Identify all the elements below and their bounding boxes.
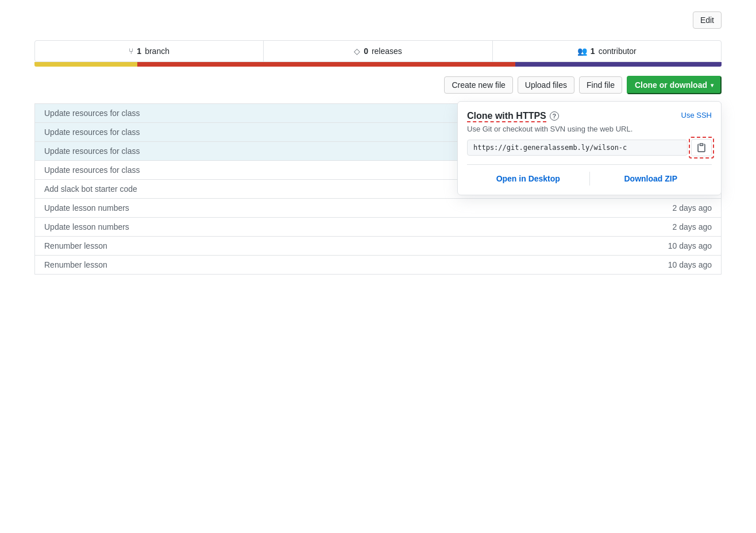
clone-dropdown-header: Clone with HTTPS ? Use SSH	[467, 111, 712, 121]
commit-message: Update lesson numbers	[35, 199, 479, 218]
language-segment	[515, 62, 722, 67]
releases-label: releases	[372, 47, 402, 56]
language-segment	[34, 62, 137, 67]
contributors-icon: 👥	[577, 47, 587, 56]
table-row[interactable]: Update lesson numbers2 days ago	[35, 199, 722, 218]
timestamp: 10 days ago	[479, 237, 721, 256]
commit-message: Update resources for class	[35, 104, 479, 123]
clone-with-https-text: Clone with HTTPS	[467, 111, 546, 122]
language-segment	[137, 62, 515, 67]
commit-message: Renumber lesson	[35, 237, 479, 256]
table-row[interactable]: Update lesson numbers2 days ago	[35, 218, 722, 237]
timestamp: 2 days ago	[479, 199, 721, 218]
table-row[interactable]: Renumber lesson10 days ago	[35, 256, 722, 275]
releases-count: 0	[364, 47, 368, 56]
open-in-desktop-link[interactable]: Open in Desktop	[467, 172, 589, 186]
branch-icon: ⑂	[129, 47, 133, 56]
commit-message: Update lesson numbers	[35, 218, 479, 237]
commit-message: Update resources for class	[35, 142, 479, 161]
commit-message: Add slack bot starter code	[35, 180, 479, 199]
releases-stat[interactable]: ◇ 0 releases	[264, 41, 492, 61]
clone-or-download-label: Clone or download	[635, 80, 707, 90]
create-new-file-button[interactable]: Create new file	[444, 76, 512, 94]
commit-message: Update resources for class	[35, 161, 479, 180]
branch-stat[interactable]: ⑂ 1 branch	[35, 41, 264, 61]
use-ssh-link[interactable]: Use SSH	[681, 111, 712, 119]
copy-btn-wrapper	[691, 139, 712, 156]
download-zip-link[interactable]: Download ZIP	[590, 172, 712, 186]
timestamp: 2 days ago	[479, 218, 721, 237]
upload-files-button[interactable]: Upload files	[518, 76, 574, 94]
contributors-stat[interactable]: 👥 1 contributor	[493, 41, 721, 61]
branch-label: branch	[145, 47, 169, 56]
clone-dropdown-panel: Clone with HTTPS ? Use SSH Use Git or ch…	[457, 101, 722, 195]
clone-url-row	[467, 139, 712, 156]
find-file-button[interactable]: Find file	[579, 76, 622, 94]
toolbar-row: Create new file Upload files Find file C…	[34, 76, 722, 94]
commit-message: Update resources for class	[35, 123, 479, 142]
clone-title: Clone with HTTPS ?	[467, 111, 559, 121]
clone-or-download-button[interactable]: Clone or download ▾	[627, 76, 722, 94]
clone-footer: Open in Desktop Download ZIP	[467, 164, 712, 186]
page-wrapper: Edit ⑂ 1 branch ◇ 0 releases 👥 1 contrib…	[0, 0, 756, 533]
top-bar: Edit	[34, 11, 722, 29]
contributors-label: contributor	[599, 47, 637, 56]
commit-message: Renumber lesson	[35, 256, 479, 275]
main-content: Create new file Upload files Find file C…	[34, 76, 722, 275]
timestamp: 10 days ago	[479, 256, 721, 275]
copy-url-button[interactable]	[691, 139, 712, 156]
stats-bar: ⑂ 1 branch ◇ 0 releases 👥 1 contributor	[34, 40, 722, 62]
chevron-down-icon: ▾	[711, 82, 713, 88]
language-bar	[34, 62, 722, 67]
clone-title-https: Clone with HTTPS	[467, 111, 546, 121]
clone-url-input[interactable]	[467, 140, 688, 156]
table-row[interactable]: Renumber lesson10 days ago	[35, 237, 722, 256]
clipboard-icon	[696, 142, 707, 153]
help-icon[interactable]: ?	[550, 111, 559, 121]
contributors-count: 1	[591, 47, 595, 56]
clone-description: Use Git or checkout with SVN using the w…	[467, 125, 712, 133]
releases-icon: ◇	[354, 47, 360, 56]
branch-count: 1	[137, 47, 141, 56]
edit-button[interactable]: Edit	[693, 11, 722, 29]
